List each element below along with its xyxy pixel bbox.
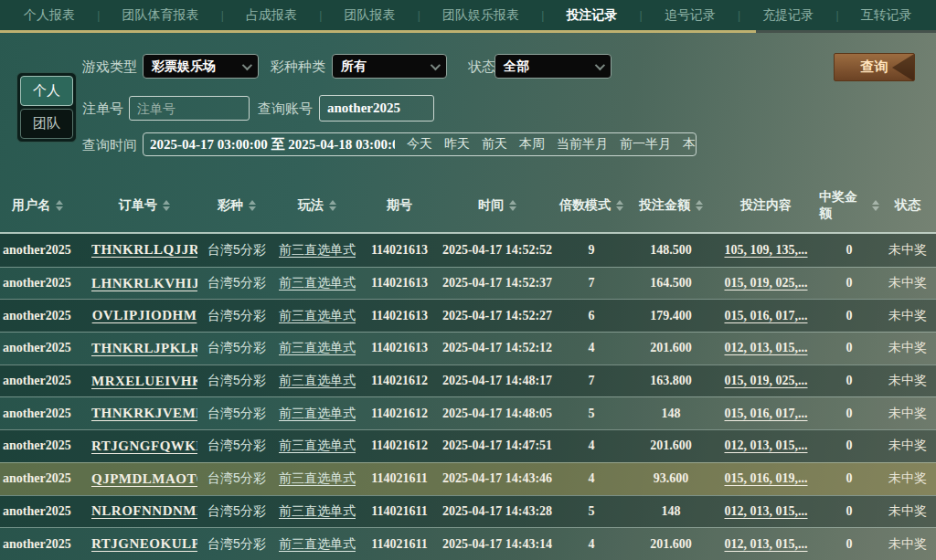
- quick-range-link-6[interactable]: 前一半月: [620, 136, 671, 153]
- status-value: 全部: [504, 58, 529, 75]
- table-row[interactable]: another2025LHNKRLKVHIJ台湾5分彩前三直选单式1140216…: [0, 267, 936, 300]
- scope-team-button[interactable]: 团队: [20, 109, 73, 139]
- cell-play[interactable]: 前三直选单式: [276, 438, 358, 454]
- cell-content[interactable]: 015, 019, 025,...: [713, 374, 819, 388]
- tab-team-report[interactable]: 团队报表: [344, 7, 395, 24]
- tab-deposit-withdraw-records[interactable]: 充提记录: [762, 7, 814, 24]
- search-button-label: 查询: [861, 58, 888, 76]
- cell-order[interactable]: THNKRKJVEMR: [91, 406, 197, 421]
- column-header-play[interactable]: 玩法: [276, 197, 358, 214]
- quick-range-link-5[interactable]: 当前半月: [557, 136, 608, 153]
- cell-content[interactable]: 015, 016, 017,...: [713, 407, 819, 421]
- cell-amount: 163.800: [629, 374, 713, 388]
- scope-personal-button[interactable]: 个人: [20, 76, 73, 106]
- cell-content[interactable]: 015, 016, 019,...: [713, 471, 819, 486]
- cell-issue: 114021613: [358, 341, 441, 355]
- column-label: 倍数模式: [559, 197, 611, 214]
- sort-icon: [696, 200, 703, 211]
- lottery-kind-value: 所有: [341, 58, 367, 75]
- date-range-input[interactable]: 2025-04-17 03:00:00 至 2025-04-18 03:00:0: [150, 136, 395, 153]
- cell-status: 未中奖: [879, 536, 936, 553]
- cell-content[interactable]: 105, 109, 135,...: [713, 243, 819, 258]
- button-fold-decoration: [892, 54, 914, 81]
- tab-team-sports-report[interactable]: 团队体育报表: [122, 7, 199, 24]
- quick-range-link-2[interactable]: 昨天: [444, 136, 470, 153]
- cell-amount: 201.600: [629, 341, 713, 355]
- table-row[interactable]: another2025THNKRLJPKLR台湾5分彩前三直选单式1140216…: [0, 332, 936, 365]
- column-header-multiple[interactable]: 倍数模式: [554, 197, 629, 214]
- cell-content[interactable]: 015, 016, 017,...: [713, 309, 819, 323]
- cell-play[interactable]: 前三直选单式: [276, 373, 358, 389]
- quick-range-link-4[interactable]: 本周: [519, 136, 545, 153]
- cell-issue: 114021611: [358, 537, 441, 552]
- table-row[interactable]: another2025THNKRLLQJJR台湾5分彩前三直选单式1140216…: [0, 234, 936, 267]
- status-select[interactable]: 全部: [495, 54, 612, 79]
- order-no-input[interactable]: [129, 96, 250, 121]
- cell-content[interactable]: 012, 013, 015,...: [713, 537, 819, 552]
- cell-play[interactable]: 前三直选单式: [276, 242, 358, 259]
- cell-status: 未中奖: [879, 340, 936, 356]
- column-header-time[interactable]: 时间: [441, 197, 554, 214]
- query-account-input[interactable]: [319, 95, 434, 122]
- lottery-kind-label: 彩种种类: [271, 58, 325, 76]
- cell-content[interactable]: 012, 013, 015,...: [713, 341, 819, 355]
- cell-order[interactable]: QJPMDLMAOTO: [91, 471, 197, 487]
- cell-order[interactable]: THNKRLLQJJR: [91, 242, 197, 258]
- cell-order[interactable]: RTJGNEOKULP: [91, 536, 197, 552]
- sort-icon: [329, 200, 336, 211]
- cell-issue: 114021612: [358, 407, 441, 421]
- tab-transfer-records[interactable]: 互转记录: [861, 7, 912, 24]
- cell-order[interactable]: NLROFNNDNML: [91, 503, 197, 519]
- tab-bet-records[interactable]: 投注记录: [566, 7, 617, 24]
- cell-lottery: 台湾5分彩: [197, 470, 276, 487]
- cell-order[interactable]: MRXELUEIVHK: [91, 374, 197, 389]
- cell-play[interactable]: 前三直选单式: [276, 308, 358, 324]
- query-time-box: 2025-04-17 03:00:00 至 2025-04-18 03:00:0…: [143, 132, 697, 156]
- column-header-order[interactable]: 订单号: [91, 197, 197, 214]
- column-header-user[interactable]: 用户名: [0, 197, 91, 214]
- table-row[interactable]: another2025RTJGNEOKULP台湾5分彩前三直选单式1140216…: [0, 527, 936, 560]
- column-header-amount[interactable]: 投注金额: [629, 197, 713, 214]
- search-button[interactable]: 查询: [834, 53, 915, 81]
- cell-order[interactable]: LHNKRLKVHIJ: [91, 276, 197, 291]
- cell-multiple: 5: [554, 407, 629, 421]
- column-header-win[interactable]: 中奖金额: [819, 189, 879, 222]
- cell-content[interactable]: 015, 019, 025,...: [713, 276, 819, 291]
- cell-content[interactable]: 012, 013, 015,...: [713, 504, 819, 519]
- cell-play[interactable]: 前三直选单式: [276, 503, 358, 520]
- cell-play[interactable]: 前三直选单式: [276, 406, 358, 422]
- tab-separator: |: [541, 9, 544, 22]
- cell-lottery: 台湾5分彩: [197, 340, 276, 356]
- quick-range-link-1[interactable]: 今天: [407, 136, 432, 153]
- cell-order[interactable]: OVLIPJIODHM: [91, 308, 197, 323]
- table-row[interactable]: another2025NLROFNNDNML台湾5分彩前三直选单式1140216…: [0, 495, 936, 528]
- tab-personal-report[interactable]: 个人报表: [24, 7, 75, 24]
- column-header-lottery[interactable]: 彩种: [197, 197, 276, 214]
- table-row[interactable]: another2025THNKRKJVEMR台湾5分彩前三直选单式1140216…: [0, 396, 936, 429]
- sort-icon: [872, 200, 879, 211]
- tab-team-casino-report[interactable]: 团队娱乐报表: [442, 7, 519, 24]
- cell-order[interactable]: THNKRLJPKLR: [91, 341, 197, 356]
- column-header-content: 投注内容: [713, 197, 819, 214]
- game-type-select[interactable]: 彩票娱乐场: [143, 54, 259, 79]
- cell-content[interactable]: 012, 013, 015,...: [713, 438, 819, 453]
- tab-chase-records[interactable]: 追号记录: [665, 7, 716, 24]
- tab-share-report[interactable]: 占成报表: [246, 7, 297, 24]
- cell-play[interactable]: 前三直选单式: [276, 340, 358, 356]
- cell-amount: 148: [629, 407, 713, 421]
- cell-order[interactable]: RTJGNGFQWKP: [91, 438, 197, 454]
- chevron-down-icon: [242, 59, 252, 69]
- tab-separator: |: [319, 9, 322, 22]
- cell-multiple: 9: [554, 243, 629, 258]
- cell-play[interactable]: 前三直选单式: [276, 275, 358, 291]
- lottery-kind-select[interactable]: 所有: [332, 54, 447, 79]
- table-row[interactable]: another2025RTJGNGFQWKP台湾5分彩前三直选单式1140216…: [0, 429, 936, 462]
- quick-range-link-3[interactable]: 前天: [482, 136, 507, 153]
- table-row[interactable]: another2025MRXELUEIVHK台湾5分彩前三直选单式1140216…: [0, 365, 936, 397]
- table-row[interactable]: another2025OVLIPJIODHM台湾5分彩前三直选单式1140216…: [0, 299, 936, 332]
- cell-play[interactable]: 前三直选单式: [276, 536, 358, 553]
- cell-play[interactable]: 前三直选单式: [276, 470, 358, 487]
- quick-range-link-7[interactable]: 本月: [683, 136, 697, 153]
- column-label: 期号: [387, 197, 412, 214]
- table-row[interactable]: another2025QJPMDLMAOTO台湾5分彩前三直选单式1140216…: [0, 462, 936, 495]
